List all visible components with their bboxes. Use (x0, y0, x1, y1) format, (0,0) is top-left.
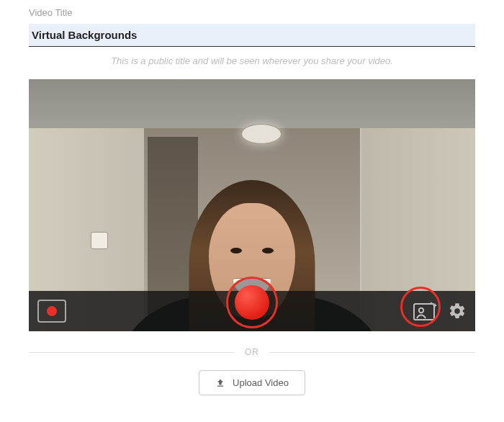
settings-button[interactable] (448, 302, 467, 320)
gear-icon (448, 302, 467, 320)
upload-icon (215, 378, 225, 388)
right-controls (413, 302, 467, 320)
divider-line-right (269, 352, 475, 353)
screen-record-button[interactable] (37, 300, 66, 323)
video-title-helper: This is a public title and will be seen … (29, 55, 475, 66)
record-icon (235, 285, 269, 320)
divider-label: OR (245, 347, 259, 357)
screen-record-icon (47, 306, 57, 316)
divider-line-left (29, 352, 235, 353)
record-button[interactable] (226, 277, 278, 328)
or-divider: OR (29, 347, 475, 357)
video-title-section: Video Title This is a public title and w… (29, 7, 475, 395)
svg-point-1 (419, 308, 423, 313)
upload-video-label: Upload Video (233, 377, 289, 388)
background-effects-button[interactable] (413, 302, 438, 320)
upload-row: Upload Video (29, 370, 475, 395)
background-effects-icon (413, 302, 438, 320)
upload-video-button[interactable]: Upload Video (199, 370, 305, 395)
camera-preview (29, 79, 475, 331)
video-title-input[interactable] (29, 24, 475, 47)
video-title-label: Video Title (29, 7, 475, 18)
